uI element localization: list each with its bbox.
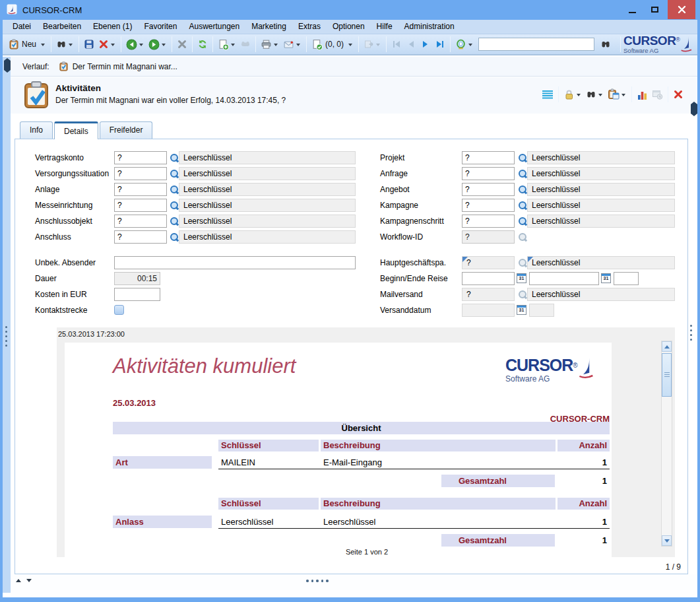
menu-optionen[interactable]: Optionen (327, 20, 371, 34)
anschlussobjekt-input[interactable] (114, 215, 167, 228)
search-dropdown-button[interactable] (54, 36, 76, 53)
toolbar-separator (212, 36, 213, 52)
scheduled-report-button[interactable] (650, 86, 665, 103)
lookup-magnifier-icon[interactable] (518, 152, 528, 163)
field-label: Versorgungssituation (35, 167, 109, 180)
next-record-button[interactable] (418, 36, 433, 53)
report-scrollbar[interactable] (661, 341, 672, 547)
selection-count-button[interactable]: (0, 0) (309, 36, 356, 53)
save-floppy-icon (84, 39, 94, 50)
versorgungssituation-input[interactable] (114, 167, 167, 180)
kampagne-input[interactable] (462, 199, 515, 212)
field-label: Beginn/Ende Reise (380, 272, 448, 285)
lookup-magnifier-icon[interactable] (170, 216, 179, 226)
splitter-collapse-arrows[interactable] (4, 61, 11, 70)
lock-button[interactable] (561, 86, 584, 103)
right-collapse-arrows[interactable] (691, 104, 697, 114)
list-menu-button[interactable] (540, 86, 556, 103)
quick-search-input[interactable] (478, 38, 594, 51)
bottom-splitter-grip[interactable] (306, 580, 329, 582)
tab-info[interactable]: Info (20, 121, 53, 139)
lookup-magnifier-icon[interactable] (518, 200, 528, 211)
reise-ende-input[interactable] (529, 272, 599, 285)
menu-extras[interactable]: Extras (292, 20, 327, 34)
field-label: Kampagne (380, 199, 418, 212)
menu-auswertungen[interactable]: Auswertungen (183, 20, 245, 34)
menu-marketing[interactable]: Marketing (245, 20, 292, 34)
left-splitter[interactable] (3, 57, 11, 593)
menu-favoriten[interactable]: Favoriten (138, 20, 183, 34)
chevron-down-icon (577, 94, 581, 96)
maximize-button[interactable] (644, 0, 665, 19)
print-button[interactable] (259, 36, 281, 53)
projekt-input[interactable] (462, 151, 515, 164)
anfrage-input[interactable] (462, 167, 515, 180)
last-record-button[interactable] (433, 36, 447, 53)
link-record-button[interactable] (453, 36, 476, 53)
lookup-magnifier-icon[interactable] (170, 232, 179, 242)
new-document-button[interactable] (216, 36, 238, 53)
minimize-button[interactable] (621, 0, 643, 19)
unbek-absender-input[interactable] (114, 256, 356, 269)
bottom-collapse-arrows[interactable] (16, 579, 32, 582)
messeinrichtung-input[interactable] (114, 199, 167, 212)
lookup-magnifier-icon[interactable] (170, 168, 179, 179)
back-button[interactable] (124, 36, 146, 53)
vertragskonto-input[interactable] (114, 151, 167, 164)
first-record-button[interactable] (389, 36, 404, 53)
report-chart-button[interactable] (635, 86, 650, 103)
scroll-down-button[interactable] (662, 535, 672, 546)
lock-icon (563, 89, 575, 100)
tools-button[interactable] (238, 36, 253, 53)
menu-administration[interactable]: Administration (398, 20, 461, 34)
lookup-magnifier-icon[interactable] (518, 168, 528, 179)
anlage-input[interactable] (114, 183, 167, 196)
new-activity-button[interactable]: Neu (7, 36, 48, 53)
save-button[interactable] (82, 36, 96, 53)
activity-planner-button[interactable] (606, 86, 629, 103)
menu-datei[interactable]: Datei (7, 20, 37, 34)
search-record-button[interactable] (584, 86, 606, 103)
angebot-input[interactable] (462, 183, 515, 196)
menu-ebenen[interactable]: Ebenen (1) (87, 20, 138, 34)
versand-zeit-input (529, 304, 554, 317)
lookup-magnifier-icon[interactable] (170, 184, 179, 195)
close-view-button[interactable] (671, 86, 685, 103)
lookup-magnifier-icon[interactable] (170, 200, 179, 211)
cancel-button[interactable] (175, 36, 189, 53)
lookup-magnifier-icon[interactable] (518, 184, 528, 195)
previous-record-button[interactable] (404, 36, 418, 53)
lookup-magnifier-icon[interactable] (170, 152, 179, 163)
menu-bearbeiten[interactable]: Bearbeiten (37, 20, 87, 34)
report-logo-text: CURSOR® Software AG (505, 357, 578, 383)
details-panel: Vertragskonto Leerschlüssel Versorgungss… (15, 139, 688, 574)
reise-zeit-input[interactable] (614, 272, 639, 285)
right-splitter-grip[interactable] (690, 325, 692, 343)
anschluss-input[interactable] (114, 230, 167, 244)
kampagnenschritt-input[interactable] (462, 215, 515, 228)
close-button[interactable] (668, 0, 695, 19)
export-button[interactable] (362, 36, 383, 53)
toolbar-separator (358, 36, 359, 52)
toolbar-separator (620, 36, 621, 52)
calendar-icon[interactable]: 31 (517, 273, 526, 283)
tab-details[interactable]: Details (54, 121, 98, 139)
calendar-icon[interactable]: 31 (601, 273, 611, 283)
history-entry[interactable]: Der Termin mit Magnani war... (59, 61, 177, 71)
delete-button[interactable] (96, 36, 118, 53)
forward-button[interactable] (146, 36, 169, 53)
scrollbar-thumb[interactable] (662, 353, 672, 397)
menu-hilfe[interactable]: Hilfe (371, 20, 398, 34)
row-underline (218, 456, 610, 469)
kosten-input[interactable] (114, 288, 160, 301)
reise-beginn-input[interactable] (462, 272, 515, 285)
find-button[interactable] (598, 36, 613, 53)
scroll-up-button[interactable] (662, 341, 672, 352)
tab-freifelder[interactable]: Freifelder (100, 121, 153, 139)
new-button-label: Neu (22, 40, 36, 49)
kontaktstrecke-checkbox[interactable] (114, 305, 124, 315)
close-x-icon (673, 89, 684, 100)
lookup-magnifier-icon[interactable] (518, 216, 528, 226)
refresh-button[interactable] (195, 36, 210, 53)
email-button[interactable] (281, 36, 303, 53)
